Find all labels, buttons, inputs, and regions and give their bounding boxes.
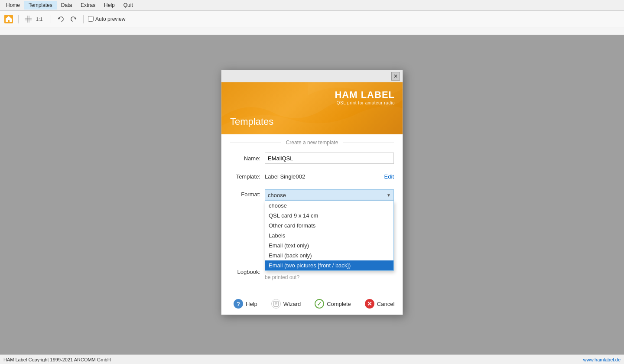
toolbar-separator-1: [18, 15, 19, 23]
format-row: Format: choose ▼ choose QSL card 9 x 14 …: [221, 187, 403, 203]
svg-rect-5: [274, 301, 278, 306]
divider-left: [230, 143, 281, 143]
name-label: Name:: [230, 155, 260, 162]
chevron-down-icon: ▼: [387, 193, 391, 198]
help-label: Help: [246, 301, 257, 307]
cancel-label: Cancel: [377, 301, 394, 307]
header-logo: HAM LABEL QSL print for amateur radio: [335, 89, 395, 105]
dialog-header: HAM LABEL QSL print for amateur radio Te…: [221, 82, 403, 134]
complete-button[interactable]: ✓ Complete: [311, 297, 354, 310]
undo-button[interactable]: [55, 14, 66, 24]
section-divider: Create a new template: [221, 134, 403, 150]
format-dropdown-list: choose QSL card 9 x 14 cm Other card for…: [265, 201, 394, 271]
wizard-icon: [271, 299, 281, 309]
edit-template-link[interactable]: Edit: [384, 173, 394, 180]
cancel-button[interactable]: ✕ Cancel: [361, 297, 398, 310]
zoom-level: 1:1: [36, 16, 46, 22]
wizard-button[interactable]: Wizard: [268, 297, 304, 310]
menu-home[interactable]: Home: [2, 1, 24, 10]
format-label: Format:: [230, 191, 260, 198]
auto-preview-toggle[interactable]: Auto preview: [88, 16, 125, 22]
statusbar: HAM Label Copyright 1999-2021 ARCOMM Gmb…: [0, 354, 624, 364]
format-option-other[interactable]: Other card formats: [265, 221, 393, 231]
redo-button[interactable]: [68, 14, 79, 24]
toolbar: 1:1 Auto preview: [0, 11, 624, 27]
cancel-icon: ✕: [365, 299, 374, 309]
format-option-email-back[interactable]: Email (back only): [265, 250, 393, 260]
statusbar-right-text: www.hamlabel.de: [583, 357, 621, 362]
dialog-footer: ? Help Wizard ✓: [221, 291, 403, 315]
modal-overlay: ✕ HAM LABEL QSL print for amateur radio …: [0, 35, 624, 354]
logbook-label: Logbook:: [230, 269, 260, 275]
format-option-email-text[interactable]: Email (text only): [265, 240, 393, 250]
divider-right: [343, 143, 394, 143]
menu-extras[interactable]: Extras: [76, 1, 100, 10]
template-row: Template: Label Single002 Edit: [221, 171, 403, 182]
menubar: Home Templates Data Extras Help Quit: [0, 0, 624, 11]
menu-quit[interactable]: Quit: [119, 1, 137, 10]
logo-sub-text: QSL print for amateur radio: [335, 101, 395, 105]
menu-templates[interactable]: Templates: [24, 1, 57, 10]
ruler: [0, 27, 624, 35]
toolbar-separator-2: [51, 15, 51, 23]
menu-help[interactable]: Help: [100, 1, 119, 10]
help-icon: ?: [234, 299, 243, 309]
home-icon[interactable]: [3, 14, 14, 24]
template-label: Template:: [230, 173, 260, 180]
work-area: ✕ HAM LABEL QSL print for amateur radio …: [0, 35, 624, 354]
dialog-header-title: Templates: [230, 116, 273, 127]
dialog-body: Create a new template Name: Template: La…: [221, 134, 403, 291]
section-divider-text: Create a new template: [286, 140, 338, 146]
wizard-label: Wizard: [283, 301, 301, 307]
logbook-hint-line2: be printed out?: [265, 272, 335, 281]
auto-preview-label: Auto preview: [95, 16, 125, 22]
name-row: Name:: [221, 150, 403, 166]
format-option-email-two[interactable]: Email (two pictures [front / back]): [265, 260, 393, 270]
format-dropdown-container: choose ▼ choose QSL card 9 x 14 cm Other…: [265, 189, 394, 201]
format-option-labels[interactable]: Labels: [265, 231, 393, 240]
statusbar-left-text: HAM Label Copyright 1999-2021 ARCOMM Gmb…: [3, 357, 111, 362]
help-button[interactable]: ? Help: [230, 297, 261, 310]
dialog-titlebar: ✕: [221, 70, 403, 82]
format-select[interactable]: choose ▼: [265, 189, 394, 201]
logo-main-text: HAM LABEL: [335, 89, 395, 101]
grid-icon: [23, 14, 33, 24]
name-input[interactable]: [265, 153, 394, 164]
format-selected-text: choose: [268, 192, 286, 198]
format-option-qsl9x14[interactable]: QSL card 9 x 14 cm: [265, 211, 393, 221]
template-dialog: ✕ HAM LABEL QSL print for amateur radio …: [221, 70, 403, 315]
template-value: Label Single002: [265, 173, 380, 180]
toolbar-separator-3: [83, 15, 84, 23]
format-option-choose[interactable]: choose: [265, 201, 393, 211]
dialog-close-button[interactable]: ✕: [391, 72, 400, 81]
complete-icon: ✓: [315, 299, 324, 309]
menu-data[interactable]: Data: [57, 1, 76, 10]
complete-label: Complete: [327, 301, 351, 307]
auto-preview-checkbox[interactable]: [88, 16, 94, 22]
